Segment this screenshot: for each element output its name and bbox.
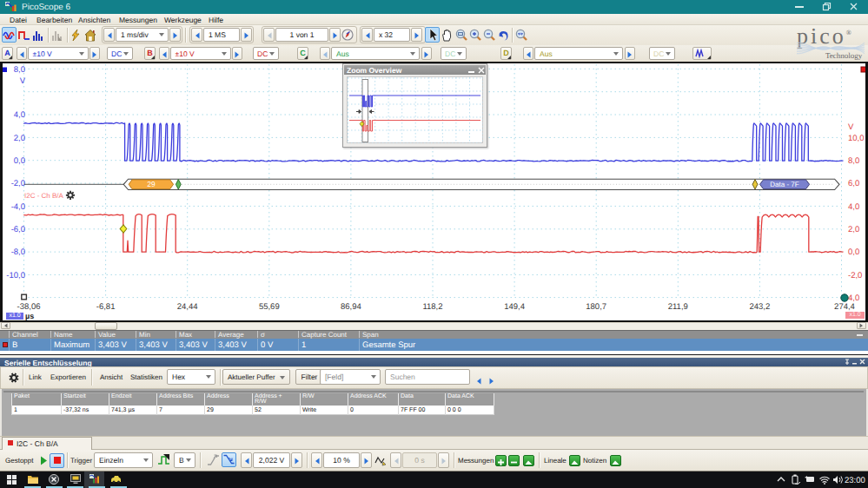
svg-text:-2,0: -2,0 xyxy=(11,179,25,188)
svg-text:55,69: 55,69 xyxy=(259,302,280,312)
svg-text:149,4: 149,4 xyxy=(504,302,525,312)
svg-text:118,2: 118,2 xyxy=(422,302,442,312)
svg-text:4,0: 4,0 xyxy=(848,202,859,212)
svg-text:86,94: 86,94 xyxy=(341,302,361,312)
svg-text:-4,0: -4,0 xyxy=(11,202,25,212)
svg-text:211,9: 211,9 xyxy=(668,302,688,312)
svg-text:4,0: 4,0 xyxy=(14,110,25,120)
svg-text:V: V xyxy=(20,76,26,86)
svg-text:243,2: 243,2 xyxy=(750,302,771,312)
svg-text:2,0: 2,0 xyxy=(14,134,25,143)
svg-text:V: V xyxy=(848,122,854,132)
svg-text:-2,0: -2,0 xyxy=(848,271,862,280)
svg-text:I2C - Ch B/A: I2C - Ch B/A xyxy=(24,192,64,200)
svg-text:-10,0: -10,0 xyxy=(6,271,25,280)
svg-text:0,0: 0,0 xyxy=(848,247,859,257)
svg-text:274,4: 274,4 xyxy=(834,302,855,312)
svg-text:2,0: 2,0 xyxy=(848,225,859,234)
svg-text:-38,06: -38,06 xyxy=(17,302,41,312)
svg-text:180,7: 180,7 xyxy=(586,302,606,312)
svg-text:Data - 7F: Data - 7F xyxy=(770,181,798,188)
svg-text:29: 29 xyxy=(147,180,156,188)
svg-text:6,0: 6,0 xyxy=(848,179,859,188)
svg-text:8,0: 8,0 xyxy=(848,156,859,166)
svg-text:24,44: 24,44 xyxy=(177,302,198,312)
svg-text:-6,0: -6,0 xyxy=(11,225,25,234)
svg-text:0,0: 0,0 xyxy=(14,156,25,166)
svg-text:-8,0: -8,0 xyxy=(11,247,25,257)
svg-text:8,0: 8,0 xyxy=(14,65,25,75)
svg-text:-6,81: -6,81 xyxy=(96,302,116,312)
svg-text:10,0: 10,0 xyxy=(848,134,865,143)
